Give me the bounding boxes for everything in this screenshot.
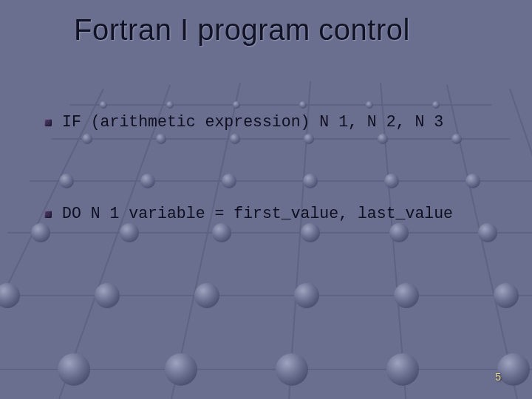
bullet-item: DO N 1 variable = first_value, last_valu… <box>44 205 502 222</box>
bullet-icon <box>44 211 52 218</box>
bullet-text: DO N 1 variable = first_value, last_valu… <box>62 205 453 222</box>
bullet-text: IF (arithmetic expression) N 1, N 2, N 3 <box>62 113 443 131</box>
slide-title: Fortran I program control <box>74 13 502 47</box>
bullet-icon <box>44 119 52 126</box>
slide: Fortran I program control IF (arithmetic… <box>0 0 532 399</box>
bullet-item: IF (arithmetic expression) N 1, N 2, N 3 <box>44 113 502 131</box>
page-number: 5 <box>495 371 501 383</box>
